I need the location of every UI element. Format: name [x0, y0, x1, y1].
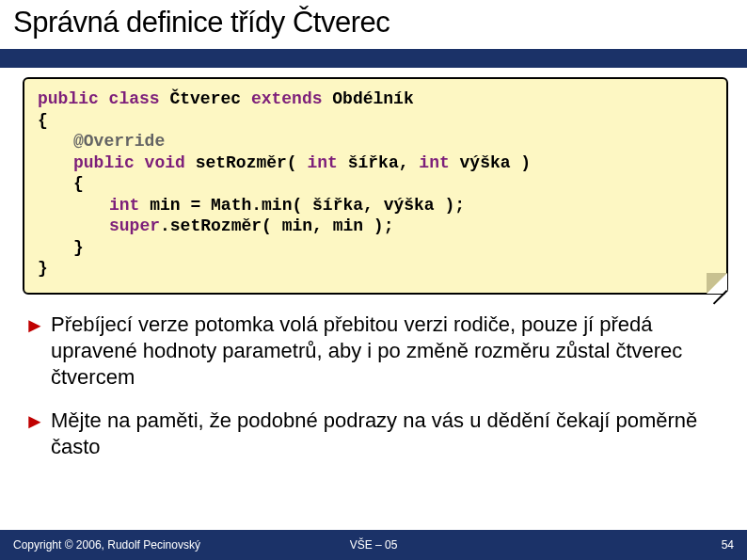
bullet-item: ► Mějte na paměti, že podobné podrazy na… [23, 408, 728, 460]
code-line: @Override [73, 131, 713, 152]
code-line: public class Čtverec extends Obdélník [38, 88, 713, 110]
code-block: public class Čtverec extends Obdélník { … [23, 77, 728, 295]
slide-title: Správná definice třídy Čtverec [13, 6, 734, 40]
code-line: int min = Math.min( šířka, výška ); [109, 195, 713, 216]
bullet-arrow-icon: ► [24, 312, 45, 339]
code-line: } [38, 258, 713, 280]
footer-bar: Copyright © 2006, Rudolf Pecinovský VŠE … [0, 530, 747, 560]
code-line: public void setRozměr( int šířka, int vý… [73, 152, 713, 174]
code-line: } [73, 237, 713, 259]
page-fold-icon [707, 273, 727, 294]
code-line: { [73, 173, 713, 195]
code-line: { [38, 110, 713, 132]
content-area: public class Čtverec extends Obdélník { … [0, 68, 747, 460]
footer-copyright: Copyright © 2006, Rudolf Pecinovský [13, 538, 200, 552]
bullet-text: Mějte na paměti, že podobné podrazy na v… [51, 408, 697, 458]
footer-page-number: 54 [722, 538, 734, 552]
bullet-arrow-icon: ► [24, 408, 45, 435]
title-bar: Správná definice třídy Čtverec [0, 0, 747, 49]
code-line: super.setRozměr( min, min ); [109, 216, 713, 237]
bullet-text: Přebíjecí verze potomka volá přebitou ve… [51, 312, 682, 389]
divider-band [0, 49, 747, 68]
bullet-item: ► Přebíjecí verze potomka volá přebitou … [23, 312, 728, 391]
